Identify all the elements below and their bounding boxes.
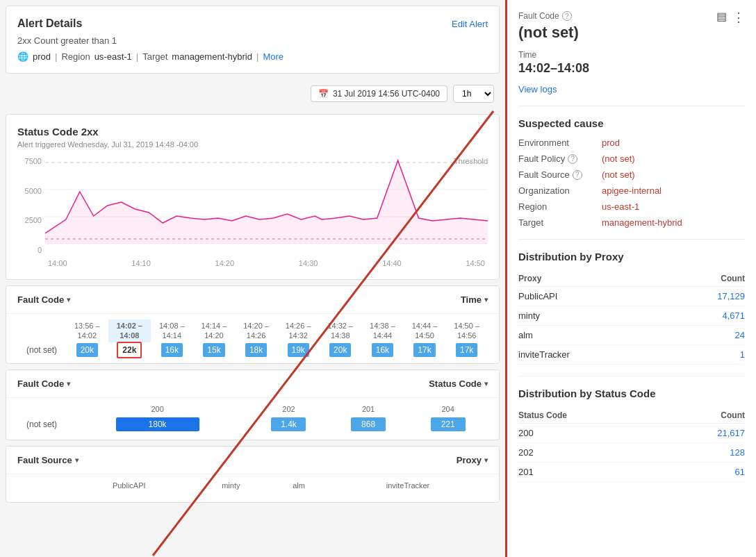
time-cell[interactable]: 17k [456,343,477,357]
cause-fault-source-value: (not set) [602,169,635,180]
time-data-card: Fault Code ▾ Time ▾ 13:56 –14:02 14:02 –… [6,285,500,364]
fault-code-col-header2: Fault Code ▾ [17,379,70,389]
proxy-card-header: Fault Source ▾ Proxy ▾ [6,447,499,474]
target-label: Target [142,51,167,62]
time-dropdown-icon[interactable]: ▾ [484,296,488,304]
divider3 [518,376,745,376]
proxy-name: alm [518,326,666,345]
status-count: 61 [663,463,745,482]
proxy-name: minty [518,306,666,326]
more-link[interactable]: More [263,51,284,62]
fault-source-help-icon[interactable]: ? [573,170,582,180]
dist-status-title: Distribution by Status Code [518,388,745,399]
divider [518,106,745,106]
proxy-card-body: PublicAPI minty alm inviteTracker [6,474,499,502]
env-value: prod [33,51,51,62]
status-code-col-th: Status Code [518,408,663,424]
cause-target-value: management-hybrid [602,217,682,228]
chart-card: Status Code 2xx Alert triggered Wednesda… [6,114,500,280]
edit-alert-button[interactable]: Edit Alert [452,19,488,29]
cause-row-region: Region us-east-1 [518,201,745,212]
list-item: 201 61 [518,463,745,482]
time-cell[interactable]: 19k [288,343,309,357]
proxy-data-card: Fault Source ▾ Proxy ▾ PublicAPI minty a… [6,446,500,503]
fault-code-dropdown2-icon[interactable]: ▾ [67,380,70,388]
fault-code-dropdown-icon[interactable]: ▾ [67,296,70,304]
status-count: 21,617 [663,424,745,443]
proxy-name: inviteTracker [518,345,666,365]
proxy-table: PublicAPI minty alm inviteTracker [17,480,488,497]
cause-org-value: apigee-internal [602,185,662,196]
time-label: Time [518,50,745,60]
view-logs-link[interactable]: View logs [518,84,557,94]
list-item: alm 24 [518,326,745,345]
time-cell[interactable]: 20k [329,343,351,357]
proxy-count: 24 [666,326,745,345]
proxy-dropdown-icon[interactable]: ▾ [484,456,488,464]
fault-code-row-label: (not set) [17,342,66,358]
status-code: 201 [518,463,663,482]
fault-source-dropdown-icon[interactable]: ▾ [75,456,79,464]
status-code: 202 [518,443,663,463]
time-cell[interactable]: 17k [413,343,435,357]
fault-code-col-header: Fault Code ▾ [17,294,70,305]
more-options-icon[interactable]: ⋮ [732,10,745,25]
list-item: minty 4,671 [518,306,745,326]
cause-env-value: prod [602,138,620,148]
cause-row-fault-policy: Fault Policy ? (not set) [518,153,745,164]
status-card-header: Fault Code ▾ Status Code ▾ [6,370,499,398]
fault-code-value: (not set) [518,24,745,42]
time-cell[interactable]: 15k [203,343,224,357]
list-item: PublicAPI 17,129 [518,287,745,306]
time-col-header: Time ▾ [461,294,488,305]
status-bar-200[interactable]: 180k [116,417,199,431]
chart-subtitle: Alert triggered Wednesday, Jul 31, 2019 … [17,140,488,149]
fault-code-help-icon[interactable]: ? [562,11,572,21]
fault-policy-help-icon[interactable]: ? [568,154,577,164]
left-panel: Alert Details Edit Alert 2xx Count great… [0,0,505,557]
status-bar-204[interactable]: 221 [431,417,466,431]
right-panel: ▤ ⋮ Fault Code ? (not set) Time 14:02–14… [505,0,756,557]
alert-description: 2xx Count greater than 1 [17,35,488,46]
time-range-select[interactable]: 1h 6h 12h 24h [453,85,494,103]
datetime-picker[interactable]: 📅 31 Jul 2019 14:56 UTC-0400 [311,85,447,102]
status-bar-202[interactable]: 1.4k [271,417,306,431]
region-value: us-east-1 [94,51,132,62]
time-cell[interactable]: 20k [76,343,98,357]
table-row [17,491,488,497]
cause-fault-policy-value: (not set) [602,153,635,164]
table-row: (not set) 20k 22k 16k 15k 18k 19k 20k 16… [17,342,488,358]
bar-chart-icon[interactable]: ▤ [716,10,727,25]
alert-title: Alert Details [17,17,82,30]
chart-svg [45,157,488,254]
status-bar-201[interactable]: 868 [351,417,386,431]
proxy-count: 17,129 [666,287,745,306]
time-cell[interactable]: 18k [245,343,267,357]
dist-proxy-title: Distribution by Proxy [518,251,745,263]
alert-details-card: Alert Details Edit Alert 2xx Count great… [6,6,500,74]
time-cell[interactable]: 16k [372,343,393,357]
list-item: 202 128 [518,443,745,463]
alert-details-header: Alert Details Edit Alert [17,17,488,30]
chart-title: Status Code 2xx [17,126,488,138]
time-card-body: 13:56 –14:02 14:02 –14:08 14:08 –14:14 1… [6,314,499,363]
time-table: 13:56 –14:02 14:02 –14:08 14:08 –14:14 1… [17,319,488,358]
time-cell-highlighted[interactable]: 22k [117,342,142,358]
cause-region-value: us-east-1 [602,201,639,212]
datetime-value: 31 Jul 2019 14:56 UTC-0400 [333,89,440,99]
list-item: inviteTracker 1 [518,345,745,365]
dist-status-table: Status Code Count 200 21,617 202 128 201… [518,408,745,482]
datetime-bar: 📅 31 Jul 2019 14:56 UTC-0400 1h 6h 12h 2… [0,79,505,108]
status-count-col-th: Count [663,408,745,424]
calendar-icon: 📅 [318,89,329,99]
chart-area: 7500 5000 2500 0 Threshold [45,157,488,268]
time-cell[interactable]: 16k [161,343,183,357]
cause-row-environment: Environment prod [518,138,745,148]
divider2 [518,239,745,240]
threshold-label: Threshold [454,157,488,165]
status-count: 128 [663,443,745,463]
status-row-label: (not set) [17,415,66,434]
status-code-dropdown-icon[interactable]: ▾ [484,380,488,388]
list-item: 200 21,617 [518,424,745,443]
fault-code-label: Fault Code ? [518,11,716,21]
